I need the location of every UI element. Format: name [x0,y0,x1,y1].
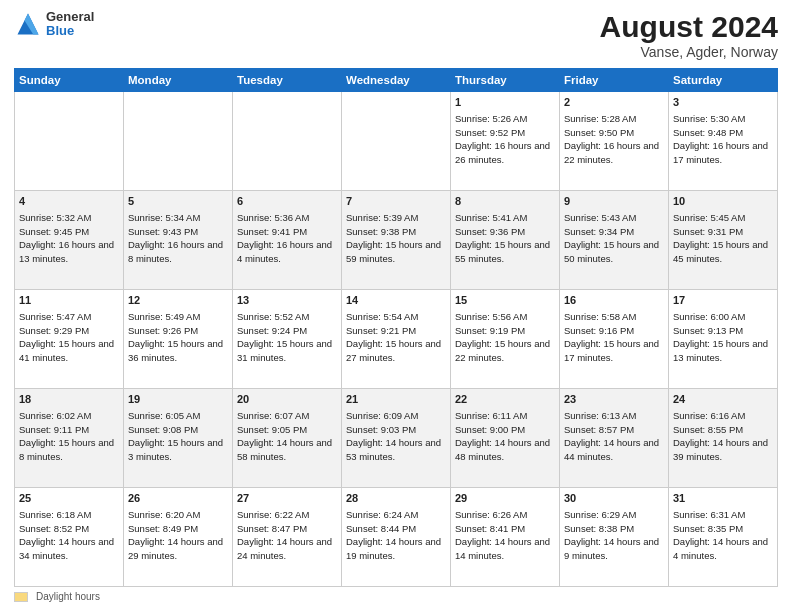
sunset: Sunset: 9:45 PM [19,226,89,237]
sunrise: Sunrise: 6:07 AM [237,410,309,421]
sunrise: Sunrise: 5:30 AM [673,113,745,124]
sunrise: Sunrise: 5:47 AM [19,311,91,322]
cell-w1-d6: 2Sunrise: 5:28 AMSunset: 9:50 PMDaylight… [560,92,669,191]
daylight: Daylight: 14 hours and 4 minutes. [673,536,768,561]
sunrise: Sunrise: 5:39 AM [346,212,418,223]
day-number: 6 [237,194,337,210]
sunrise: Sunrise: 5:49 AM [128,311,200,322]
sunset: Sunset: 9:41 PM [237,226,307,237]
sunset: Sunset: 9:52 PM [455,127,525,138]
sunset: Sunset: 9:16 PM [564,325,634,336]
sunset: Sunset: 9:21 PM [346,325,416,336]
day-number: 9 [564,194,664,210]
sunrise: Sunrise: 6:11 AM [455,410,527,421]
sunset: Sunset: 9:11 PM [19,424,89,435]
sunrise: Sunrise: 6:05 AM [128,410,200,421]
footer-label: Daylight hours [36,591,100,602]
cell-w4-d6: 23Sunrise: 6:13 AMSunset: 8:57 PMDayligh… [560,389,669,488]
col-header-thursday: Thursday [451,69,560,92]
sunset: Sunset: 8:57 PM [564,424,634,435]
sunrise: Sunrise: 6:24 AM [346,509,418,520]
week-row-1: 1Sunrise: 5:26 AMSunset: 9:52 PMDaylight… [15,92,778,191]
daylight: Daylight: 15 hours and 59 minutes. [346,239,441,264]
daylight: Daylight: 14 hours and 58 minutes. [237,437,332,462]
sunrise: Sunrise: 5:36 AM [237,212,309,223]
daylight: Daylight: 15 hours and 45 minutes. [673,239,768,264]
cell-w5-d6: 30Sunrise: 6:29 AMSunset: 8:38 PMDayligh… [560,488,669,587]
cell-w3-d2: 12Sunrise: 5:49 AMSunset: 9:26 PMDayligh… [124,290,233,389]
day-number: 30 [564,491,664,507]
logo-line2: Blue [46,24,94,38]
cell-w3-d3: 13Sunrise: 5:52 AMSunset: 9:24 PMDayligh… [233,290,342,389]
day-number: 31 [673,491,773,507]
footer: Daylight hours [14,591,778,602]
sunrise: Sunrise: 5:32 AM [19,212,91,223]
day-number: 3 [673,95,773,111]
cell-w3-d4: 14Sunrise: 5:54 AMSunset: 9:21 PMDayligh… [342,290,451,389]
cell-w4-d2: 19Sunrise: 6:05 AMSunset: 9:08 PMDayligh… [124,389,233,488]
day-number: 27 [237,491,337,507]
sunrise: Sunrise: 5:58 AM [564,311,636,322]
sunrise: Sunrise: 6:22 AM [237,509,309,520]
sunset: Sunset: 8:35 PM [673,523,743,534]
week-row-2: 4Sunrise: 5:32 AMSunset: 9:45 PMDaylight… [15,191,778,290]
day-number: 16 [564,293,664,309]
sunrise: Sunrise: 6:02 AM [19,410,91,421]
sunset: Sunset: 9:13 PM [673,325,743,336]
sunset: Sunset: 9:24 PM [237,325,307,336]
daylight: Daylight: 16 hours and 8 minutes. [128,239,223,264]
daylight: Daylight: 16 hours and 22 minutes. [564,140,659,165]
daylight: Daylight: 15 hours and 55 minutes. [455,239,550,264]
sunset: Sunset: 9:29 PM [19,325,89,336]
sunrise: Sunrise: 5:26 AM [455,113,527,124]
cell-w2-d4: 7Sunrise: 5:39 AMSunset: 9:38 PMDaylight… [342,191,451,290]
logo-icon [14,10,42,38]
logo-line1: General [46,10,94,24]
daylight: Daylight: 15 hours and 50 minutes. [564,239,659,264]
col-header-wednesday: Wednesday [342,69,451,92]
day-number: 24 [673,392,773,408]
day-number: 10 [673,194,773,210]
daylight: Daylight: 15 hours and 3 minutes. [128,437,223,462]
sunrise: Sunrise: 5:41 AM [455,212,527,223]
daylight: Daylight: 16 hours and 13 minutes. [19,239,114,264]
day-number: 20 [237,392,337,408]
cell-w1-d7: 3Sunrise: 5:30 AMSunset: 9:48 PMDaylight… [669,92,778,191]
sunset: Sunset: 9:19 PM [455,325,525,336]
daylight: Daylight: 15 hours and 13 minutes. [673,338,768,363]
sunset: Sunset: 9:36 PM [455,226,525,237]
day-number: 1 [455,95,555,111]
day-number: 4 [19,194,119,210]
week-row-4: 18Sunrise: 6:02 AMSunset: 9:11 PMDayligh… [15,389,778,488]
logo-text: General Blue [46,10,94,39]
cell-w5-d5: 29Sunrise: 6:26 AMSunset: 8:41 PMDayligh… [451,488,560,587]
page-subtitle: Vanse, Agder, Norway [600,44,778,60]
sunrise: Sunrise: 6:31 AM [673,509,745,520]
daylight: Daylight: 15 hours and 22 minutes. [455,338,550,363]
day-number: 21 [346,392,446,408]
sunset: Sunset: 8:38 PM [564,523,634,534]
sunrise: Sunrise: 6:00 AM [673,311,745,322]
col-header-friday: Friday [560,69,669,92]
daylight: Daylight: 15 hours and 17 minutes. [564,338,659,363]
day-number: 22 [455,392,555,408]
cell-w2-d5: 8Sunrise: 5:41 AMSunset: 9:36 PMDaylight… [451,191,560,290]
cell-w4-d1: 18Sunrise: 6:02 AMSunset: 9:11 PMDayligh… [15,389,124,488]
col-header-monday: Monday [124,69,233,92]
sunrise: Sunrise: 5:43 AM [564,212,636,223]
cell-w5-d7: 31Sunrise: 6:31 AMSunset: 8:35 PMDayligh… [669,488,778,587]
day-number: 7 [346,194,446,210]
sunrise: Sunrise: 6:13 AM [564,410,636,421]
sunset: Sunset: 9:26 PM [128,325,198,336]
sunrise: Sunrise: 6:16 AM [673,410,745,421]
day-number: 2 [564,95,664,111]
cell-w2-d1: 4Sunrise: 5:32 AMSunset: 9:45 PMDaylight… [15,191,124,290]
day-number: 25 [19,491,119,507]
sunset: Sunset: 9:34 PM [564,226,634,237]
sunset: Sunset: 9:43 PM [128,226,198,237]
cell-w2-d2: 5Sunrise: 5:34 AMSunset: 9:43 PMDaylight… [124,191,233,290]
day-number: 17 [673,293,773,309]
cell-w1-d4 [342,92,451,191]
cell-w5-d4: 28Sunrise: 6:24 AMSunset: 8:44 PMDayligh… [342,488,451,587]
daylight: Daylight: 14 hours and 34 minutes. [19,536,114,561]
